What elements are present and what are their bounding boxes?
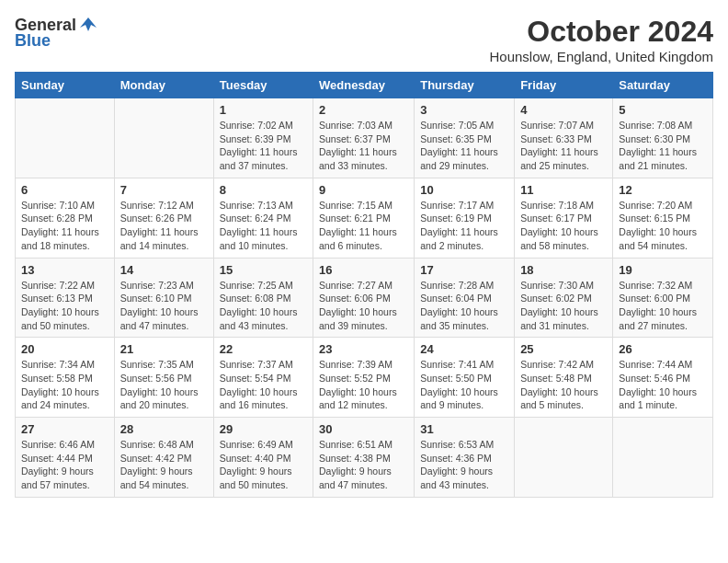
day-number: 13 [21,263,108,277]
day-detail: Sunrise: 7:05 AM Sunset: 6:35 PM Dayligh… [420,119,508,173]
day-number: 26 [619,342,707,356]
day-detail: Sunrise: 7:20 AM Sunset: 6:15 PM Dayligh… [619,199,707,253]
day-number: 25 [520,342,607,356]
day-detail: Sunrise: 7:23 AM Sunset: 6:10 PM Dayligh… [120,279,208,333]
day-cell: 3Sunrise: 7:05 AM Sunset: 6:35 PM Daylig… [415,98,515,178]
day-number: 23 [319,342,408,356]
day-number: 8 [220,183,307,197]
col-tuesday: Tuesday [213,73,313,98]
week-row-2: 6Sunrise: 7:10 AM Sunset: 6:28 PM Daylig… [16,178,713,258]
day-cell: 17Sunrise: 7:28 AM Sunset: 6:04 PM Dayli… [415,258,515,338]
day-cell: 30Sunrise: 6:51 AM Sunset: 4:38 PM Dayli… [313,418,415,498]
day-number: 22 [220,342,307,356]
day-cell: 19Sunrise: 7:32 AM Sunset: 6:00 PM Dayli… [613,258,713,338]
header-row: Sunday Monday Tuesday Wednesday Thursday… [16,73,713,98]
calendar-body: 1Sunrise: 7:02 AM Sunset: 6:39 PM Daylig… [16,98,713,498]
day-cell: 12Sunrise: 7:20 AM Sunset: 6:15 PM Dayli… [613,178,713,258]
day-cell: 14Sunrise: 7:23 AM Sunset: 6:10 PM Dayli… [114,258,213,338]
day-number: 14 [120,263,208,277]
day-detail: Sunrise: 7:10 AM Sunset: 6:28 PM Dayligh… [21,199,108,253]
day-detail: Sunrise: 7:15 AM Sunset: 6:21 PM Dayligh… [319,199,408,253]
day-number: 18 [520,263,607,277]
col-wednesday: Wednesday [313,73,415,98]
day-detail: Sunrise: 7:22 AM Sunset: 6:13 PM Dayligh… [21,279,108,333]
day-cell: 16Sunrise: 7:27 AM Sunset: 6:06 PM Dayli… [313,258,415,338]
day-cell: 22Sunrise: 7:37 AM Sunset: 5:54 PM Dayli… [213,338,313,418]
day-detail: Sunrise: 7:27 AM Sunset: 6:06 PM Dayligh… [319,279,408,333]
calendar-header: Sunday Monday Tuesday Wednesday Thursday… [16,73,713,98]
day-detail: Sunrise: 7:34 AM Sunset: 5:58 PM Dayligh… [21,358,108,412]
day-detail: Sunrise: 7:32 AM Sunset: 6:00 PM Dayligh… [619,279,707,333]
day-number: 20 [21,342,108,356]
day-cell: 6Sunrise: 7:10 AM Sunset: 6:28 PM Daylig… [16,178,115,258]
day-cell: 28Sunrise: 6:48 AM Sunset: 4:42 PM Dayli… [114,418,213,498]
logo-blue-text: Blue [15,31,51,51]
day-number: 4 [520,103,607,117]
day-number: 15 [220,263,307,277]
day-number: 10 [420,183,508,197]
day-detail: Sunrise: 7:44 AM Sunset: 5:46 PM Dayligh… [619,358,707,412]
day-cell [114,98,213,178]
title-area: October 2024 Hounslow, England, United K… [490,15,714,64]
day-number: 17 [420,263,508,277]
day-cell: 18Sunrise: 7:30 AM Sunset: 6:02 PM Dayli… [515,258,613,338]
day-detail: Sunrise: 6:53 AM Sunset: 4:36 PM Dayligh… [420,438,508,492]
day-number: 7 [120,183,208,197]
col-sunday: Sunday [16,73,115,98]
day-detail: Sunrise: 7:18 AM Sunset: 6:17 PM Dayligh… [520,199,607,253]
day-number: 11 [520,183,607,197]
day-cell: 8Sunrise: 7:13 AM Sunset: 6:24 PM Daylig… [213,178,313,258]
day-cell: 23Sunrise: 7:39 AM Sunset: 5:52 PM Dayli… [313,338,415,418]
day-cell: 1Sunrise: 7:02 AM Sunset: 6:39 PM Daylig… [213,98,313,178]
week-row-5: 27Sunrise: 6:46 AM Sunset: 4:44 PM Dayli… [16,418,713,498]
day-cell: 10Sunrise: 7:17 AM Sunset: 6:19 PM Dayli… [415,178,515,258]
day-number: 29 [220,422,307,436]
day-detail: Sunrise: 7:28 AM Sunset: 6:04 PM Dayligh… [420,279,508,333]
day-detail: Sunrise: 7:37 AM Sunset: 5:54 PM Dayligh… [220,358,307,412]
day-cell: 5Sunrise: 7:08 AM Sunset: 6:30 PM Daylig… [613,98,713,178]
day-detail: Sunrise: 7:25 AM Sunset: 6:08 PM Dayligh… [220,279,307,333]
day-detail: Sunrise: 7:07 AM Sunset: 6:33 PM Dayligh… [520,119,607,173]
day-cell: 7Sunrise: 7:12 AM Sunset: 6:26 PM Daylig… [114,178,213,258]
day-detail: Sunrise: 7:12 AM Sunset: 6:26 PM Dayligh… [120,199,208,253]
day-number: 31 [420,422,508,436]
day-cell [515,418,613,498]
week-row-3: 13Sunrise: 7:22 AM Sunset: 6:13 PM Dayli… [16,258,713,338]
day-detail: Sunrise: 7:17 AM Sunset: 6:19 PM Dayligh… [420,199,508,253]
location: Hounslow, England, United Kingdom [490,49,714,64]
day-cell: 31Sunrise: 6:53 AM Sunset: 4:36 PM Dayli… [415,418,515,498]
day-number: 28 [120,422,208,436]
day-cell: 9Sunrise: 7:15 AM Sunset: 6:21 PM Daylig… [313,178,415,258]
day-detail: Sunrise: 7:42 AM Sunset: 5:48 PM Dayligh… [520,358,607,412]
day-cell: 27Sunrise: 6:46 AM Sunset: 4:44 PM Dayli… [16,418,115,498]
day-number: 1 [220,103,307,117]
day-number: 6 [21,183,108,197]
logo-bird-icon [78,15,98,35]
day-detail: Sunrise: 6:51 AM Sunset: 4:38 PM Dayligh… [319,438,408,492]
svg-marker-0 [80,17,97,31]
day-detail: Sunrise: 6:46 AM Sunset: 4:44 PM Dayligh… [21,438,108,492]
day-detail: Sunrise: 7:13 AM Sunset: 6:24 PM Dayligh… [220,199,307,253]
day-number: 30 [319,422,408,436]
day-detail: Sunrise: 6:49 AM Sunset: 4:40 PM Dayligh… [220,438,307,492]
day-cell: 26Sunrise: 7:44 AM Sunset: 5:46 PM Dayli… [613,338,713,418]
col-thursday: Thursday [415,73,515,98]
day-cell: 25Sunrise: 7:42 AM Sunset: 5:48 PM Dayli… [515,338,613,418]
day-number: 5 [619,103,707,117]
day-cell: 29Sunrise: 6:49 AM Sunset: 4:40 PM Dayli… [213,418,313,498]
day-detail: Sunrise: 7:03 AM Sunset: 6:37 PM Dayligh… [319,119,408,173]
week-row-4: 20Sunrise: 7:34 AM Sunset: 5:58 PM Dayli… [16,338,713,418]
col-monday: Monday [114,73,213,98]
day-number: 16 [319,263,408,277]
logo: General Blue [15,15,98,51]
day-number: 2 [319,103,408,117]
day-cell: 13Sunrise: 7:22 AM Sunset: 6:13 PM Dayli… [16,258,115,338]
month-title: October 2024 [490,15,714,49]
day-number: 12 [619,183,707,197]
day-detail: Sunrise: 7:08 AM Sunset: 6:30 PM Dayligh… [619,119,707,173]
day-cell: 21Sunrise: 7:35 AM Sunset: 5:56 PM Dayli… [114,338,213,418]
col-friday: Friday [515,73,613,98]
week-row-1: 1Sunrise: 7:02 AM Sunset: 6:39 PM Daylig… [16,98,713,178]
day-number: 24 [420,342,508,356]
day-number: 21 [120,342,208,356]
